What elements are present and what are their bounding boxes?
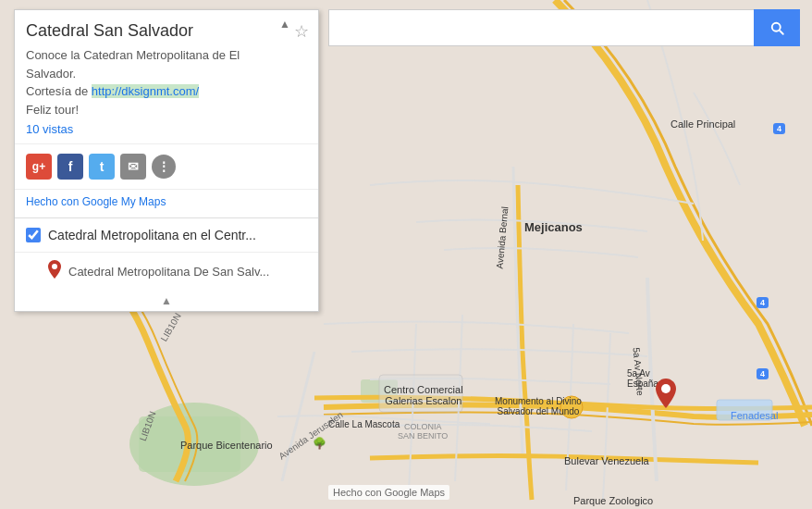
list-item-header[interactable]: Catedral Metropolitana en el Centr... (15, 218, 318, 253)
twitter-button[interactable]: t (89, 154, 115, 180)
google-plus-button[interactable]: g+ (26, 154, 52, 180)
website-link[interactable]: http://dksignmt.com/ (92, 84, 199, 98)
highway-badge-4-bot: 4 (757, 364, 769, 380)
search-icon (769, 19, 785, 36)
highway-badge-4-mid: 4 (757, 292, 769, 309)
list-item-place[interactable]: Catedral Metropolitana De San Salv... (15, 253, 318, 291)
panel-header: Catedral San Salvador ▲ ☆ Conoce la Cate… (15, 10, 318, 144)
description-text-1: Conoce la Catedran Metropolitana de El S… (26, 48, 240, 81)
google-maps-attribution: Hecho con Google Maps (328, 485, 449, 500)
highway-badge-4-top: 4 (773, 118, 785, 135)
svg-point-4 (560, 396, 583, 418)
search-input[interactable] (328, 9, 754, 46)
place-name-text: Catedral Metropolitana De San Salv... (68, 265, 269, 279)
facebook-button[interactable]: f (57, 154, 83, 180)
info-panel: Catedral San Salvador ▲ ☆ Conoce la Cate… (14, 9, 319, 312)
svg-rect-5 (717, 400, 772, 420)
bookmark-icon[interactable]: ☆ (294, 21, 309, 42)
made-with-link[interactable]: Hecho con Google My Maps (15, 190, 318, 217)
panel-list: Catedral Metropolitana en el Centr... Ca… (15, 217, 318, 311)
social-bar: g+ f t ✉ ⋮ (15, 144, 318, 190)
email-button[interactable]: ✉ (120, 154, 146, 180)
search-button[interactable] (754, 9, 800, 46)
views-count: 10 vistas (26, 122, 286, 136)
place-pin-icon (48, 260, 61, 283)
tree-icon: 🌳 (313, 437, 326, 450)
description-text-2: Cortesía de (26, 84, 92, 98)
panel-description: Conoce la Catedran Metropolitana de El S… (26, 46, 286, 118)
description-text-3: Feliz tour! (26, 103, 79, 117)
search-bar (328, 9, 800, 46)
scroll-up-button[interactable]: ▲ (279, 18, 290, 31)
scroll-down-arrow: ▲ (161, 294, 172, 307)
panel-title: Catedral San Salvador (26, 21, 286, 41)
svg-point-7 (661, 384, 671, 393)
scroll-down-button[interactable]: ▲ (15, 291, 318, 311)
svg-rect-6 (379, 375, 462, 412)
list-header-text: Catedral Metropolitana en el Centr... (48, 228, 307, 242)
svg-point-8 (52, 264, 57, 269)
map-marker[interactable] (656, 379, 676, 415)
share-button[interactable]: ⋮ (152, 155, 176, 179)
list-checkbox[interactable] (26, 228, 41, 242)
